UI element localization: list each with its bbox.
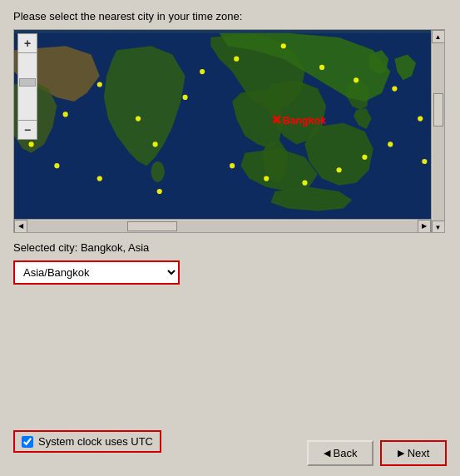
utc-checkbox[interactable] <box>22 436 33 448</box>
svg-point-20 <box>153 141 158 146</box>
zoom-in-button[interactable]: + <box>17 33 37 53</box>
svg-point-19 <box>136 117 141 121</box>
svg-point-37 <box>97 176 102 181</box>
scroll-right-arrow[interactable]: ▶ <box>418 220 431 233</box>
map-svg: Bangkok <box>14 30 444 232</box>
svg-point-39 <box>28 141 33 146</box>
back-button-label: Back <box>334 447 358 459</box>
selected-city-display: Selected city: Bangkok, Asia <box>13 241 447 254</box>
svg-point-32 <box>336 167 341 172</box>
utc-section: System clock uses UTC <box>13 430 161 453</box>
next-button-label: Next <box>408 447 430 459</box>
selected-city-value: Bangkok, Asia <box>81 241 149 254</box>
back-arrow-icon: ◀ <box>324 448 330 459</box>
scroll-thumb-vertical[interactable] <box>433 93 443 126</box>
scroll-track-vertical <box>433 43 444 221</box>
scrollbar-right: ▲ ▼ <box>431 30 444 233</box>
scrollbar-bottom: ◀ ▶ <box>14 219 431 232</box>
selected-city-label: Selected city: <box>13 241 77 254</box>
svg-point-35 <box>230 163 235 168</box>
instruction-text: Please select the nearest city in your t… <box>13 10 447 22</box>
svg-point-27 <box>392 87 397 92</box>
svg-point-34 <box>264 176 269 181</box>
scroll-thumb-horizontal[interactable] <box>127 221 177 231</box>
svg-point-29 <box>422 159 427 164</box>
zoom-slider-track <box>17 53 37 120</box>
scroll-down-arrow[interactable]: ▼ <box>432 221 445 233</box>
map-container[interactable]: Bangkok + − ▲ ▼ ◀ ▶ <box>13 29 445 233</box>
next-arrow-icon: ▶ <box>398 448 404 459</box>
svg-point-18 <box>97 82 102 87</box>
svg-point-30 <box>388 141 393 146</box>
timezone-select[interactable]: Asia/Bangkok Asia/Colombo Asia/Ho_Chi_Mi… <box>15 262 178 283</box>
buttons-row: ◀ Back ▶ Next <box>307 440 447 466</box>
svg-point-26 <box>354 77 359 82</box>
svg-point-23 <box>234 57 239 62</box>
timezone-page: Please select the nearest city in your t… <box>0 0 460 295</box>
timezone-select-wrapper: Asia/Bangkok Asia/Colombo Asia/Ho_Chi_Mi… <box>13 260 180 285</box>
utc-label: System clock uses UTC <box>38 435 153 448</box>
svg-point-31 <box>362 155 367 160</box>
svg-point-33 <box>302 181 307 186</box>
svg-point-24 <box>281 43 286 48</box>
svg-text:Bangkok: Bangkok <box>283 115 326 126</box>
next-button[interactable]: ▶ Next <box>380 440 447 466</box>
svg-point-25 <box>319 65 324 70</box>
svg-point-22 <box>200 69 205 74</box>
zoom-controls: + − <box>17 33 37 140</box>
svg-point-17 <box>63 112 68 117</box>
svg-point-2 <box>151 161 164 182</box>
back-button[interactable]: ◀ Back <box>307 440 373 466</box>
svg-point-36 <box>157 189 162 194</box>
zoom-slider-thumb[interactable] <box>19 78 36 87</box>
svg-point-21 <box>182 95 187 100</box>
svg-point-28 <box>418 117 423 121</box>
svg-point-38 <box>54 163 59 168</box>
scroll-up-arrow[interactable]: ▲ <box>432 30 445 43</box>
zoom-out-button[interactable]: − <box>17 120 37 140</box>
scroll-left-arrow[interactable]: ◀ <box>14 220 27 233</box>
scroll-track-horizontal <box>27 221 418 232</box>
